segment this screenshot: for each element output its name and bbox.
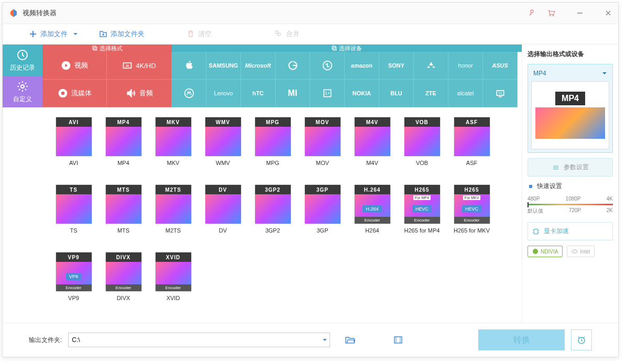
clear-button[interactable]: 清空 [186,29,212,39]
gear-icon [16,80,29,93]
apple-icon [184,60,194,71]
brand-honor[interactable]: honor [448,52,483,80]
format-item-avi[interactable]: AVIAVI [49,114,98,181]
category-stream[interactable]: 流媒体 [42,80,107,107]
format-item-asf[interactable]: ASFASF [447,114,497,181]
format-item-mp4[interactable]: MP4MP4 [98,114,148,181]
category-audio[interactable]: 音频 [107,80,172,107]
fourk-icon: 4k [122,60,133,71]
format-badge: VOB [404,117,440,127]
sliders-icon [552,164,559,171]
format-item-mov[interactable]: MOVMOV [298,114,347,181]
svg-rect-26 [529,185,532,188]
format-item-h265-for-mkv[interactable]: H265For MKVHEVCH265 for MKV [447,181,497,249]
brand-motorola[interactable] [172,80,206,107]
format-badge: MTS [106,185,141,194]
quick-settings-label: 快速设置 [528,182,613,191]
merge-button[interactable]: 合并 [274,29,300,39]
toolbar: 添加文件 添加文件夹 清空 合并 [3,24,618,45]
format-name: DIVX [117,295,130,301]
brand-sony[interactable]: SONY [379,52,414,80]
right-panel: 选择输出格式或设备 MP4 MP4 参数设置 快速设置 [522,45,618,323]
brand-amazon[interactable]: amazon [345,52,379,80]
format-thumb [404,127,440,156]
brand-alcatel[interactable]: alcatel [448,80,483,107]
dropdown-arrow-icon[interactable] [73,31,78,37]
brand-tv[interactable]: TV [483,80,518,107]
chevron-down-icon [602,71,607,76]
format-name: H264 [365,227,379,234]
format-thumb [305,127,341,156]
format-item-ts[interactable]: TSTS [49,181,98,249]
brand-google[interactable] [276,52,310,80]
category-video[interactable]: 视频 [42,52,107,80]
speaker-icon [126,88,136,98]
output-folder-input[interactable] [68,333,330,347]
format-item-dv[interactable]: DVDV [198,181,248,249]
gpu-accel-button[interactable]: 显卡加速 [528,222,613,240]
timer-button[interactable] [571,329,592,350]
format-name: AVI [69,160,78,166]
format-name: VOB [416,160,428,166]
brand-htc[interactable]: hTC [241,80,276,107]
brand-samsung[interactable]: SAMSUNG [206,52,241,80]
output-format-selector[interactable]: MP4 MP4 [528,64,613,153]
format-item-h265-for-mp4[interactable]: H265For MP4HEVCH265 for MP4 [397,181,447,249]
brand-blu[interactable]: BLU [379,80,414,107]
format-item-h264[interactable]: H.264H.264H264 [347,181,397,249]
cart-icon[interactable] [547,9,555,17]
format-item-3gp[interactable]: 3GP3GP [298,181,347,249]
format-item-mpg[interactable]: MPGMPG [248,114,298,181]
format-badge: M2TS [156,185,191,194]
output-folder-label: 输出文件夹: [29,336,62,345]
format-item-divx[interactable]: DIVXDIVX [98,249,148,316]
format-item-3gp2[interactable]: 3GP23GP2 [248,181,298,249]
format-item-m2ts[interactable]: M2TSM2TS [148,181,198,249]
minimize-button[interactable] [576,9,584,17]
footer: 输出文件夹: 转换 [3,323,618,357]
svg-rect-27 [534,229,538,234]
brand-huawei[interactable] [414,52,448,80]
brand-mi[interactable]: MI [276,80,310,107]
quality-slider[interactable]: 480P 1080P 4K 默认值 720P 2K [528,196,613,217]
add-folder-button[interactable]: 添加文件夹 [99,29,145,39]
brand-microsoft[interactable]: Microsoft [241,52,276,80]
params-button[interactable]: 参数设置 [528,158,613,177]
gpu-intel-chip[interactable]: Intel [567,246,595,257]
brand-lg[interactable] [310,52,345,80]
brand-apple[interactable] [172,52,206,80]
category-4k[interactable]: 4k 4K/HD [107,52,172,80]
add-file-button[interactable]: 添加文件 [29,29,68,39]
format-item-m4v[interactable]: M4VM4V [347,114,397,181]
titlebar: 视频转换器 [3,3,618,24]
format-badge: H.264 [355,185,390,194]
lg-icon [322,60,333,71]
brand-asus[interactable]: ASUS [483,52,518,80]
key-icon[interactable] [528,9,536,17]
convert-button[interactable]: 转换 [478,329,565,350]
brand-lenovo[interactable]: Lenovo [206,80,241,107]
format-item-xvid[interactable]: XVIDXVID [148,249,198,316]
close-button[interactable] [605,9,612,17]
history-icon [16,49,29,61]
square-icon [528,183,534,190]
format-item-wmv[interactable]: WMVWMV [198,114,248,181]
film-icon[interactable] [393,335,403,345]
panel-title: 选择输出格式或设备 [528,50,613,59]
format-name: H265 for MKV [454,227,490,234]
brand-oneplus[interactable]: 1+ [310,80,345,107]
gpu-nvidia-chip[interactable]: NDIVIA [528,246,563,257]
format-item-vob[interactable]: VOBVOB [397,114,447,181]
brand-nokia[interactable]: NOKIA [345,80,379,107]
format-badge: AVI [56,117,92,127]
open-folder-icon[interactable] [345,335,355,345]
format-thumb: H.264 [355,194,390,224]
format-item-mts[interactable]: MTSMTS [98,181,148,249]
trash-icon [186,30,195,38]
sidebar-custom-button[interactable]: 自定义 [3,76,42,107]
sidebar-history-button[interactable]: 历史记录 [3,45,42,76]
format-item-vp9[interactable]: VP9VP9VP9 [49,249,98,316]
brand-zte[interactable]: ZTE [414,80,448,107]
dropdown-icon[interactable] [322,337,328,343]
format-item-mkv[interactable]: MKVMKV [148,114,198,181]
